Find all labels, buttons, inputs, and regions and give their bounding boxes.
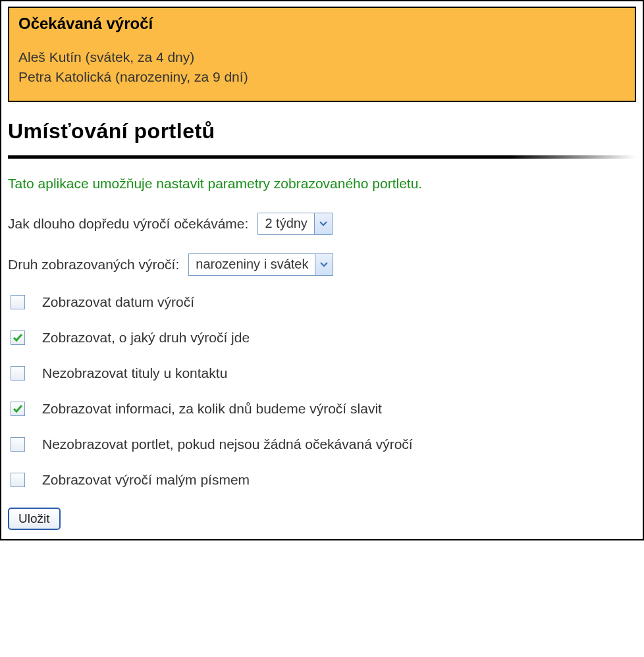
option-checkbox[interactable] [11,366,25,381]
option-label: Nezobrazovat portlet, pokud nejsou žádná… [42,436,413,452]
option-row: Nezobrazovat portlet, pokud nejsou žádná… [11,436,636,452]
option-label: Nezobrazovat tituly u kontaktu [42,365,227,381]
intro-text: Tato aplikace umožňuje nastavit parametr… [8,176,636,192]
anniversary-item: Aleš Kutín (svátek, za 4 dny) [18,47,626,67]
anniversaries-panel: Očekávaná výročí Aleš Kutín (svátek, za … [8,7,636,102]
anniversary-item: Petra Katolická (narozeniny, za 9 dní) [18,67,626,87]
lookahead-value: 2 týdny [258,213,313,234]
page-title: Umísťování portletů [8,119,636,144]
anniversary-type-select[interactable]: narozeniny i svátek [188,253,333,276]
option-label: Zobrazovat výročí malým písmem [42,472,250,488]
lookahead-row: Jak dlouho dopředu výročí očekáváme: 2 t… [8,213,636,235]
lookahead-label: Jak dlouho dopředu výročí očekáváme: [8,216,248,232]
option-label: Zobrazovat, o jaký druh výročí jde [42,330,250,346]
option-checkbox[interactable] [11,295,25,309]
option-row: Zobrazovat výročí malým písmem [11,472,636,488]
anniversaries-title: Očekávaná výročí [18,14,626,33]
option-checkbox[interactable] [11,330,25,345]
option-row: Zobrazovat, o jaký druh výročí jde [11,330,636,346]
option-label: Zobrazovat informaci, za kolik dnů budem… [42,401,382,417]
option-checkbox[interactable] [11,437,25,452]
option-row: Zobrazovat informaci, za kolik dnů budem… [11,401,636,417]
anniversary-type-label: Druh zobrazovaných výročí: [8,257,179,273]
save-button[interactable]: Uložit [8,508,61,530]
options-list: Zobrazovat datum výročí Zobrazovat, o ja… [11,294,636,488]
chevron-down-icon[interactable] [314,213,332,234]
anniversary-type-value: narozeniny i svátek [189,254,315,275]
heading-separator [8,155,636,159]
lookahead-select[interactable]: 2 týdny [257,213,332,235]
option-checkbox[interactable] [11,402,25,416]
option-label: Zobrazovat datum výročí [42,294,194,310]
anniversary-type-row: Druh zobrazovaných výročí: narozeniny i … [8,253,636,276]
option-checkbox[interactable] [11,473,25,487]
option-row: Zobrazovat datum výročí [11,294,636,310]
chevron-down-icon[interactable] [315,254,333,275]
option-row: Nezobrazovat tituly u kontaktu [11,365,636,381]
